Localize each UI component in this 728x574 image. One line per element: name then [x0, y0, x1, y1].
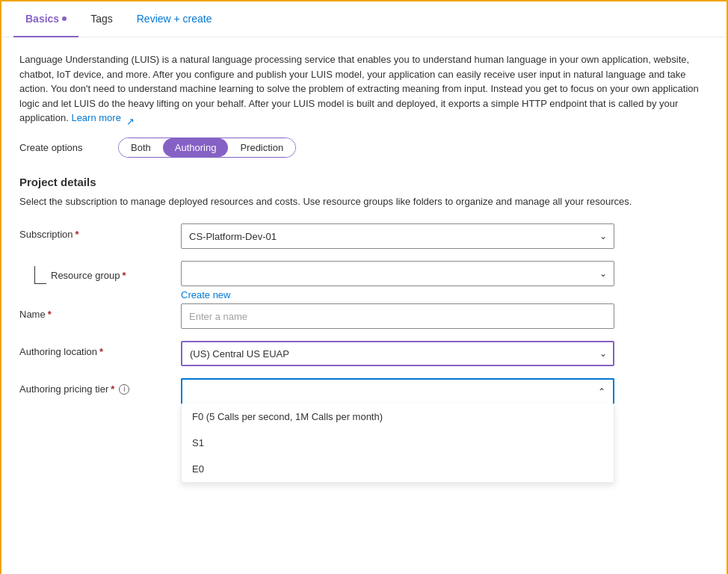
tab-basics[interactable]: Basics — [13, 1, 78, 37]
tab-basics-dot — [62, 16, 67, 21]
name-row: Name * — [19, 303, 709, 329]
name-control — [181, 303, 614, 329]
authoring-location-label-text: Authoring location — [19, 346, 97, 357]
pricing-tier-option-s1[interactable]: S1 — [182, 430, 614, 456]
create-options-row: Create options Both Authoring Prediction — [19, 138, 709, 158]
tab-review-create[interactable]: Review + create — [125, 1, 224, 37]
name-input[interactable] — [181, 303, 614, 329]
resource-group-row: Resource group * ⌄ Create new — [19, 261, 709, 300]
resource-group-label-wrapper: Resource group * — [19, 261, 169, 284]
resource-group-control: ⌄ Create new — [181, 261, 614, 300]
authoring-pricing-tier-wrapper: ⌃ F0 (5 Calls per second, 1M Calls per m… — [181, 378, 614, 404]
authoring-pricing-tier-chevron-up-icon: ⌃ — [598, 386, 605, 397]
project-details-title: Project details — [19, 176, 709, 188]
tab-bar: Basics Tags Review + create — [1, 1, 727, 37]
subscription-control: CS-Platform-Dev-01 ⌄ — [181, 223, 614, 249]
authoring-location-control: (US) Central US EUAP ⌄ — [181, 341, 614, 366]
authoring-pricing-tier-control: ⌃ F0 (5 Calls per second, 1M Calls per m… — [181, 378, 614, 404]
subscription-select-wrapper: CS-Platform-Dev-01 ⌄ — [181, 223, 614, 249]
subscription-label: Subscription * — [19, 223, 169, 240]
resource-group-label-text: Resource group — [51, 270, 120, 281]
learn-more-text: Learn more — [71, 112, 120, 123]
toggle-prediction[interactable]: Prediction — [228, 138, 295, 157]
name-label-text: Name — [19, 309, 46, 320]
pricing-tier-option-e0[interactable]: E0 — [182, 456, 614, 482]
tab-tags-label: Tags — [90, 13, 113, 25]
toggle-both[interactable]: Both — [119, 138, 163, 157]
resource-group-label: Resource group * — [51, 270, 126, 281]
info-icon[interactable]: i — [119, 384, 129, 395]
tab-basics-label: Basics — [25, 13, 59, 25]
resource-group-required: * — [123, 270, 126, 281]
learn-more-link[interactable]: Learn more ↗ — [71, 112, 135, 123]
luis-description: Language Understanding (LUIS) is a natur… — [19, 52, 707, 126]
tab-review-create-label: Review + create — [137, 13, 212, 25]
main-container: Basics Tags Review + create Language Und… — [1, 1, 727, 574]
subscription-required: * — [75, 229, 79, 240]
resource-group-connector — [34, 266, 46, 284]
pricing-tier-dropdown: F0 (5 Calls per second, 1M Calls per mon… — [181, 404, 614, 483]
subscription-select[interactable]: CS-Platform-Dev-01 — [181, 223, 614, 249]
subscription-row: Subscription * CS-Platform-Dev-01 ⌄ — [19, 223, 709, 249]
authoring-location-select[interactable]: (US) Central US EUAP — [181, 341, 614, 366]
project-details-description: Select the subscription to manage deploy… — [19, 194, 707, 209]
main-content: Language Understanding (LUIS) is a natur… — [1, 37, 727, 430]
authoring-pricing-tier-required: * — [111, 383, 114, 395]
authoring-location-select-wrapper: (US) Central US EUAP ⌄ — [181, 341, 614, 366]
authoring-pricing-tier-field[interactable]: ⌃ — [181, 378, 614, 404]
toggle-authoring[interactable]: Authoring — [163, 138, 229, 157]
create-options-label: Create options — [19, 142, 109, 153]
name-required: * — [48, 309, 52, 320]
authoring-location-row: Authoring location * (US) Central US EUA… — [19, 341, 709, 366]
authoring-location-label: Authoring location * — [19, 341, 169, 357]
name-label: Name * — [19, 303, 169, 320]
external-link-icon: ↗ — [126, 114, 135, 123]
authoring-pricing-tier-label: Authoring pricing tier * i — [19, 378, 169, 395]
authoring-location-required: * — [99, 346, 103, 357]
pricing-tier-option-f0[interactable]: F0 (5 Calls per second, 1M Calls per mon… — [182, 404, 614, 430]
resource-group-select-wrapper: ⌄ — [181, 261, 614, 286]
project-details-section: Project details Select the subscription … — [19, 176, 709, 404]
create-options-toggle: Both Authoring Prediction — [118, 138, 296, 158]
create-new-link[interactable]: Create new — [181, 289, 230, 300]
tab-tags[interactable]: Tags — [78, 1, 125, 37]
subscription-label-text: Subscription — [19, 229, 73, 240]
authoring-pricing-tier-row: Authoring pricing tier * i ⌃ F0 (5 Calls… — [19, 378, 709, 404]
resource-group-select[interactable] — [181, 261, 614, 286]
authoring-pricing-tier-label-text: Authoring pricing tier — [19, 383, 108, 395]
